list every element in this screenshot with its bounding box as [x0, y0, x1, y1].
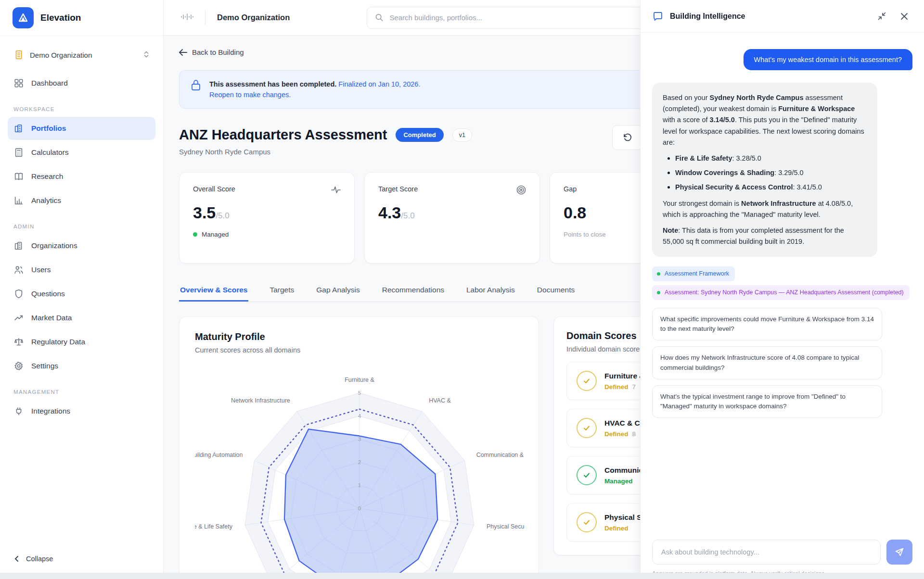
back-link-label: Back to Building	[192, 48, 244, 56]
score-denominator: /5.0	[401, 211, 414, 220]
stat-label: Target Score	[378, 185, 526, 193]
sidebar: Elevation Demo Organization Dashboard WO…	[0, 0, 164, 579]
maturity-radar: 012345Furniture &HVAC &Communication &Ph…	[195, 357, 524, 579]
collapse-diagonal-icon	[877, 12, 886, 21]
banner-completed-text: This assessment has been completed.	[209, 80, 336, 88]
chat-bubble-icon	[652, 11, 664, 22]
score-denominator: /5.0	[216, 211, 229, 220]
rotate-ccw-icon	[622, 132, 633, 143]
banner-finalized-text: Finalized on Jan 10, 2026.	[338, 80, 420, 88]
sidebar-item-label: Portfolios	[31, 124, 66, 133]
target-icon	[515, 184, 527, 198]
plug-icon	[13, 406, 24, 416]
managed-status-label: Managed	[202, 231, 229, 238]
chip-assessment-source[interactable]: Assessment: Sydney North Ryde Campus — A…	[652, 285, 910, 300]
users-icon	[13, 264, 24, 275]
tab-labor-analysis[interactable]: Labor Analysis	[465, 286, 516, 302]
completed-banner: This assessment has been completed. Fina…	[179, 70, 718, 109]
check-circle-icon	[577, 512, 597, 532]
close-button[interactable]	[896, 8, 912, 25]
sidebar-item-label: Analytics	[31, 196, 61, 205]
topbar-divider	[205, 11, 205, 25]
tab-overview-scores[interactable]: Overview & Scores	[179, 286, 248, 302]
sidebar-item-analytics[interactable]: Analytics	[8, 189, 155, 212]
sidebar-item-portfolios[interactable]: Portfolios	[8, 117, 155, 140]
svg-text:1: 1	[358, 483, 361, 489]
sidebar-item-settings[interactable]: Settings	[8, 354, 155, 378]
tab-recommendations[interactable]: Recommendations	[381, 286, 445, 302]
green-dot-icon	[657, 272, 660, 276]
org-selector-label: Demo Organization	[30, 51, 92, 59]
reset-button[interactable]	[612, 125, 643, 150]
organization-icon	[13, 240, 24, 251]
sidebar-item-users[interactable]: Users	[8, 258, 155, 281]
version-badge: v1	[452, 128, 472, 142]
gear-icon	[13, 361, 24, 371]
topbar-org-name: Demo Organization	[217, 13, 290, 22]
target-score-value: 4.3	[378, 203, 401, 222]
sidebar-header: Elevation	[0, 0, 163, 36]
sidebar-item-label: Organizations	[31, 241, 77, 250]
waveform-icon[interactable]	[180, 13, 194, 23]
close-icon	[900, 12, 909, 21]
maturity-panel-title: Maturity Profile	[195, 331, 523, 342]
tab-gap-analysis[interactable]: Gap Analysis	[315, 286, 360, 302]
trending-up-icon	[13, 313, 24, 323]
sidebar-item-integrations[interactable]: Integrations	[8, 400, 155, 423]
sidebar-item-label: Settings	[31, 362, 58, 370]
svg-text:0: 0	[358, 506, 361, 512]
check-circle-icon	[577, 371, 597, 391]
managed-status-dot	[193, 232, 197, 237]
sidebar-item-market-data[interactable]: Market Data	[8, 306, 155, 329]
suggestion-improvements[interactable]: What specific improvements could move Fu…	[652, 308, 882, 341]
sidebar-item-label: Dashboard	[31, 79, 68, 88]
chip-assessment-framework[interactable]: Assessment Framework	[652, 266, 735, 281]
sidebar-item-calculators[interactable]: Calculators	[8, 141, 155, 164]
suggested-questions: What specific improvements could move Fu…	[652, 308, 912, 418]
bottom-strip	[0, 573, 924, 579]
brand-name: Elevation	[40, 13, 81, 23]
back-to-building-link[interactable]: Back to Building	[179, 48, 244, 56]
send-icon	[894, 547, 905, 557]
sidebar-item-organizations[interactable]: Organizations	[8, 234, 155, 257]
gap-value: 0.8	[564, 203, 586, 222]
sidebar-item-label: Regulatory Data	[31, 338, 85, 346]
activity-icon	[330, 184, 342, 198]
minimize-button[interactable]	[873, 8, 890, 25]
building-icon	[13, 50, 24, 60]
banner-reopen-link[interactable]: Reopen to make changes.	[209, 91, 291, 99]
maturity-profile-panel: Maturity Profile Current scores across a…	[179, 316, 539, 579]
svg-text:3: 3	[358, 436, 361, 442]
scales-icon	[13, 337, 24, 347]
suggestion-network-compare[interactable]: How does my Network Infrastructure score…	[652, 346, 882, 379]
chat-header: Building Intelligence	[641, 0, 924, 33]
overall-score-card: Overall Score 3.5/5.0 Managed	[179, 172, 355, 264]
svg-text:Building Automation: Building Automation	[195, 452, 243, 459]
chat-input[interactable]	[652, 540, 881, 565]
sidebar-item-label: Research	[31, 172, 63, 181]
sidebar-item-questions[interactable]: Questions	[8, 282, 155, 305]
sidebar-item-regulatory-data[interactable]: Regulatory Data	[8, 330, 155, 353]
portfolio-buildings-icon	[13, 123, 24, 134]
org-selector[interactable]: Demo Organization	[8, 45, 155, 65]
building-intelligence-panel: Building Intelligence What's my weakest …	[640, 0, 924, 579]
sidebar-item-label: Users	[31, 265, 51, 274]
chevron-updown-icon	[143, 50, 150, 60]
elevation-logo-icon	[13, 7, 34, 28]
svg-text:HVAC &: HVAC &	[429, 397, 451, 404]
send-button[interactable]	[886, 540, 912, 565]
svg-text:Fire & Life Safety: Fire & Life Safety	[195, 524, 233, 530]
check-circle-icon	[577, 418, 597, 438]
suggestion-investment-range[interactable]: What's the typical investment range to i…	[652, 385, 882, 418]
sidebar-item-research[interactable]: Research	[8, 165, 155, 188]
svg-text:Furniture &: Furniture &	[345, 377, 374, 384]
shield-icon	[13, 289, 24, 299]
sidebar-item-label: Integrations	[31, 407, 70, 415]
tab-targets[interactable]: Targets	[269, 286, 295, 302]
collapse-label: Collapse	[26, 555, 53, 563]
sidebar-item-dashboard[interactable]: Dashboard	[8, 72, 155, 95]
sidebar-item-label: Calculators	[31, 148, 69, 157]
chat-messages: What's my weakest domain in this assessm…	[641, 33, 924, 533]
arrow-left-icon	[179, 49, 187, 56]
tab-documents[interactable]: Documents	[536, 286, 576, 302]
